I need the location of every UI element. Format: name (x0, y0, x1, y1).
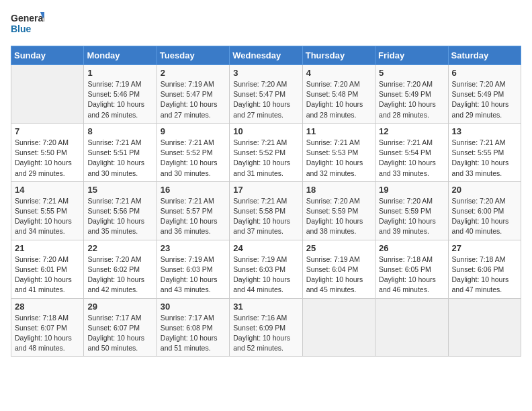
day-info: Sunrise: 7:18 AMSunset: 6:07 PMDaylight:… (15, 313, 80, 354)
day-info: Sunrise: 7:16 AMSunset: 6:09 PMDaylight:… (233, 313, 298, 354)
weekday-header-friday: Friday (375, 46, 448, 65)
calendar-cell: 24Sunrise: 7:19 AMSunset: 6:03 PMDayligh… (230, 240, 302, 298)
day-info: Sunrise: 7:21 AMSunset: 5:56 PMDaylight:… (87, 196, 152, 237)
day-number: 25 (306, 243, 371, 253)
weekday-header-thursday: Thursday (302, 46, 375, 65)
svg-text:Blue: Blue (11, 24, 32, 34)
calendar-cell: 26Sunrise: 7:18 AMSunset: 6:05 PMDayligh… (375, 240, 448, 298)
page-header: General Blue (11, 11, 521, 38)
day-info: Sunrise: 7:21 AMSunset: 5:51 PMDaylight:… (87, 138, 152, 179)
logo: General Blue (11, 11, 44, 38)
calendar-table: SundayMondayTuesdayWednesdayThursdayFrid… (11, 46, 521, 357)
day-info: Sunrise: 7:19 AMSunset: 6:03 PMDaylight:… (233, 255, 298, 295)
day-number: 20 (452, 185, 517, 195)
day-number: 24 (233, 243, 298, 253)
day-info: Sunrise: 7:21 AMSunset: 5:55 PMDaylight:… (452, 138, 517, 179)
day-number: 13 (452, 126, 517, 136)
calendar-cell: 27Sunrise: 7:18 AMSunset: 6:06 PMDayligh… (448, 240, 521, 298)
day-info: Sunrise: 7:20 AMSunset: 5:49 PMDaylight:… (379, 79, 444, 120)
week-row-4: 21Sunrise: 7:20 AMSunset: 6:01 PMDayligh… (11, 240, 521, 298)
calendar-cell: 2Sunrise: 7:19 AMSunset: 5:47 PMDaylight… (157, 65, 229, 124)
day-info: Sunrise: 7:17 AMSunset: 6:08 PMDaylight:… (161, 313, 226, 354)
calendar-cell (375, 298, 448, 357)
day-number: 26 (379, 243, 444, 253)
calendar-cell: 22Sunrise: 7:20 AMSunset: 6:02 PMDayligh… (84, 240, 157, 298)
day-info: Sunrise: 7:19 AMSunset: 5:46 PMDaylight:… (87, 79, 152, 120)
day-info: Sunrise: 7:19 AMSunset: 6:03 PMDaylight:… (161, 255, 226, 295)
week-row-2: 7Sunrise: 7:20 AMSunset: 5:50 PMDaylight… (11, 123, 521, 181)
calendar-cell: 18Sunrise: 7:20 AMSunset: 5:59 PMDayligh… (302, 181, 375, 240)
day-number: 30 (161, 302, 226, 312)
svg-text:General: General (11, 13, 44, 24)
day-info: Sunrise: 7:21 AMSunset: 5:53 PMDaylight:… (306, 138, 371, 179)
logo-svg: General Blue (11, 11, 44, 38)
day-number: 22 (87, 243, 152, 253)
day-info: Sunrise: 7:20 AMSunset: 5:59 PMDaylight:… (306, 196, 371, 237)
calendar-cell: 12Sunrise: 7:21 AMSunset: 5:54 PMDayligh… (375, 123, 448, 181)
calendar-cell: 4Sunrise: 7:20 AMSunset: 5:48 PMDaylight… (302, 65, 375, 124)
weekday-header-sunday: Sunday (11, 46, 84, 65)
day-info: Sunrise: 7:20 AMSunset: 5:49 PMDaylight:… (452, 79, 517, 120)
day-info: Sunrise: 7:18 AMSunset: 6:05 PMDaylight:… (379, 255, 444, 295)
calendar-cell: 13Sunrise: 7:21 AMSunset: 5:55 PMDayligh… (448, 123, 521, 181)
week-row-5: 28Sunrise: 7:18 AMSunset: 6:07 PMDayligh… (11, 298, 521, 357)
day-number: 2 (161, 68, 226, 78)
calendar-cell (11, 65, 84, 124)
weekday-header-tuesday: Tuesday (157, 46, 229, 65)
calendar-cell: 20Sunrise: 7:20 AMSunset: 6:00 PMDayligh… (448, 181, 521, 240)
calendar-cell: 3Sunrise: 7:20 AMSunset: 5:47 PMDaylight… (230, 65, 302, 124)
day-number: 31 (233, 302, 298, 312)
calendar-cell: 6Sunrise: 7:20 AMSunset: 5:49 PMDaylight… (448, 65, 521, 124)
day-info: Sunrise: 7:21 AMSunset: 5:52 PMDaylight:… (233, 138, 298, 179)
calendar-cell: 25Sunrise: 7:19 AMSunset: 6:04 PMDayligh… (302, 240, 375, 298)
day-info: Sunrise: 7:20 AMSunset: 5:48 PMDaylight:… (306, 79, 371, 120)
day-number: 19 (379, 185, 444, 195)
calendar-cell: 7Sunrise: 7:20 AMSunset: 5:50 PMDaylight… (11, 123, 84, 181)
day-info: Sunrise: 7:20 AMSunset: 5:59 PMDaylight:… (379, 196, 444, 237)
day-info: Sunrise: 7:21 AMSunset: 5:58 PMDaylight:… (233, 196, 298, 237)
weekday-header-row: SundayMondayTuesdayWednesdayThursdayFrid… (11, 46, 521, 65)
calendar-cell: 14Sunrise: 7:21 AMSunset: 5:55 PMDayligh… (11, 181, 84, 240)
day-number: 5 (379, 68, 444, 78)
day-number: 9 (161, 126, 226, 136)
day-number: 18 (306, 185, 371, 195)
calendar-cell: 29Sunrise: 7:17 AMSunset: 6:07 PMDayligh… (84, 298, 157, 357)
day-number: 28 (15, 302, 80, 312)
day-info: Sunrise: 7:21 AMSunset: 5:52 PMDaylight:… (161, 138, 226, 179)
day-info: Sunrise: 7:19 AMSunset: 6:04 PMDaylight:… (306, 255, 371, 295)
calendar-cell: 5Sunrise: 7:20 AMSunset: 5:49 PMDaylight… (375, 65, 448, 124)
calendar-cell: 8Sunrise: 7:21 AMSunset: 5:51 PMDaylight… (84, 123, 157, 181)
week-row-3: 14Sunrise: 7:21 AMSunset: 5:55 PMDayligh… (11, 181, 521, 240)
calendar-cell: 28Sunrise: 7:18 AMSunset: 6:07 PMDayligh… (11, 298, 84, 357)
calendar-cell: 31Sunrise: 7:16 AMSunset: 6:09 PMDayligh… (230, 298, 302, 357)
day-info: Sunrise: 7:20 AMSunset: 6:00 PMDaylight:… (452, 196, 517, 237)
calendar-cell: 30Sunrise: 7:17 AMSunset: 6:08 PMDayligh… (157, 298, 229, 357)
day-number: 6 (452, 68, 517, 78)
day-info: Sunrise: 7:20 AMSunset: 6:01 PMDaylight:… (15, 255, 80, 295)
calendar-cell: 9Sunrise: 7:21 AMSunset: 5:52 PMDaylight… (157, 123, 229, 181)
calendar-cell: 21Sunrise: 7:20 AMSunset: 6:01 PMDayligh… (11, 240, 84, 298)
weekday-header-wednesday: Wednesday (230, 46, 302, 65)
day-number: 10 (233, 126, 298, 136)
day-info: Sunrise: 7:20 AMSunset: 5:47 PMDaylight:… (233, 79, 298, 120)
calendar-cell: 15Sunrise: 7:21 AMSunset: 5:56 PMDayligh… (84, 181, 157, 240)
day-number: 16 (161, 185, 226, 195)
day-number: 21 (15, 243, 80, 253)
calendar-cell: 19Sunrise: 7:20 AMSunset: 5:59 PMDayligh… (375, 181, 448, 240)
day-info: Sunrise: 7:18 AMSunset: 6:06 PMDaylight:… (452, 255, 517, 295)
day-number: 7 (15, 126, 80, 136)
calendar-cell: 1Sunrise: 7:19 AMSunset: 5:46 PMDaylight… (84, 65, 157, 124)
day-number: 11 (306, 126, 371, 136)
day-number: 29 (87, 302, 152, 312)
day-number: 1 (87, 68, 152, 78)
day-info: Sunrise: 7:21 AMSunset: 5:55 PMDaylight:… (15, 196, 80, 237)
day-info: Sunrise: 7:20 AMSunset: 5:50 PMDaylight:… (15, 138, 80, 179)
calendar-cell: 17Sunrise: 7:21 AMSunset: 5:58 PMDayligh… (230, 181, 302, 240)
day-number: 14 (15, 185, 80, 195)
weekday-header-saturday: Saturday (448, 46, 521, 65)
day-number: 4 (306, 68, 371, 78)
day-info: Sunrise: 7:19 AMSunset: 5:47 PMDaylight:… (161, 79, 226, 120)
calendar-cell: 11Sunrise: 7:21 AMSunset: 5:53 PMDayligh… (302, 123, 375, 181)
day-info: Sunrise: 7:21 AMSunset: 5:57 PMDaylight:… (161, 196, 226, 237)
calendar-cell: 10Sunrise: 7:21 AMSunset: 5:52 PMDayligh… (230, 123, 302, 181)
